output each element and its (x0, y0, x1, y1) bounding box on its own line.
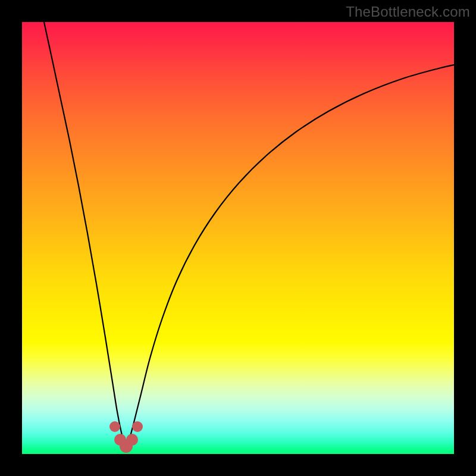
trough-marker-dot (109, 421, 120, 432)
watermark-label: TheBottleneck.com (346, 4, 470, 20)
trough-marker-dot (132, 421, 143, 432)
bottleneck-curve-path (44, 22, 454, 446)
trough-markers (109, 421, 143, 453)
trough-marker-dot (126, 434, 138, 446)
chart-frame: TheBottleneck.com (0, 0, 476, 476)
plot-area (22, 22, 454, 454)
curve-layer (22, 22, 454, 454)
